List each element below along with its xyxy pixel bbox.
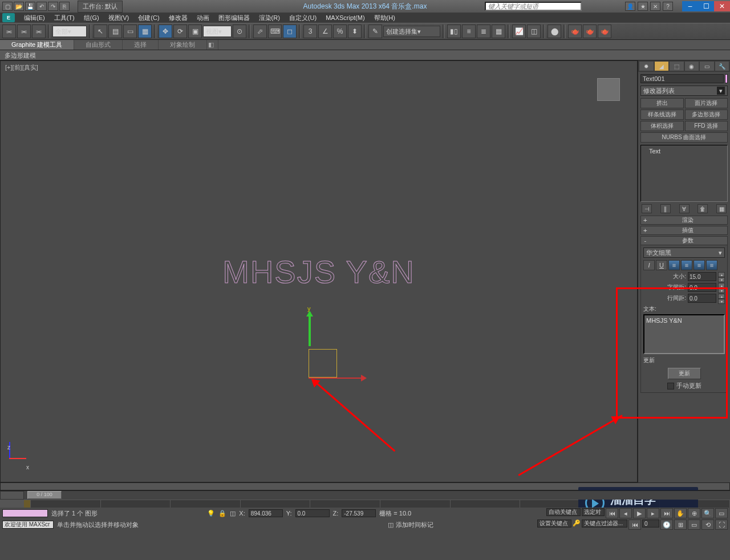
ribbon-tab-freeform[interactable]: 自由形式 <box>74 40 123 50</box>
lock-sel-icon[interactable]: 🔒 <box>218 510 226 517</box>
render-frame-icon[interactable]: 🫖 <box>583 25 597 38</box>
favorite-icon[interactable]: ★ <box>638 2 648 11</box>
align-right-button[interactable]: ≡ <box>694 260 705 270</box>
maxscript-mini[interactable]: 欢迎使用 MAXScr <box>2 521 54 529</box>
display-tab-icon[interactable]: ▭ <box>700 62 714 71</box>
select-region-icon[interactable]: ▭ <box>123 25 137 38</box>
unlink-tool-icon[interactable]: ⫘ <box>17 25 31 38</box>
update-button[interactable]: 更新 <box>668 368 701 379</box>
motion-tab-icon[interactable]: ◉ <box>685 62 699 71</box>
mod-spline-select[interactable]: 样条线选择 <box>640 109 684 120</box>
z-coord-input[interactable]: -27.539 <box>342 509 376 517</box>
stack-item-text[interactable]: Text <box>641 145 727 157</box>
menu-tools[interactable]: 工具(T) <box>50 13 79 23</box>
rollout-render-header[interactable]: +渲染 <box>640 216 728 225</box>
auto-key-button[interactable]: 自动关键点 <box>546 508 581 516</box>
mod-patch-select[interactable]: 面片选择 <box>685 98 728 108</box>
ribbon-subtab[interactable]: 多边形建模 <box>0 50 730 60</box>
viewport-front[interactable]: [+][前][真实] MHSJS Y&N y z x <box>0 60 638 482</box>
modify-tab-icon[interactable]: ◢ <box>655 62 669 71</box>
manual-update-checkbox[interactable] <box>667 383 674 389</box>
time-tag-button[interactable]: 添加时间标记 <box>396 521 433 529</box>
nav-arc-icon[interactable]: ⊕ <box>688 508 700 518</box>
percent-snap-icon[interactable]: % <box>333 25 347 38</box>
viewport-label[interactable]: [+][前][真实] <box>5 63 38 72</box>
coord-display-icon[interactable]: ◫ <box>230 510 236 517</box>
x-coord-input[interactable]: 894.036 <box>249 509 283 517</box>
show-end-icon[interactable]: ∥ <box>660 204 671 213</box>
pin-stack-icon[interactable]: ⊣ <box>642 204 652 213</box>
save-icon[interactable]: 💾 <box>25 2 35 11</box>
rollout-params-header[interactable]: -参数 <box>640 236 728 245</box>
manipulate-icon[interactable]: ⬀ <box>253 25 267 38</box>
hierarchy-tab-icon[interactable]: ⬚ <box>670 62 684 71</box>
utilities-tab-icon[interactable]: 🔧 <box>715 62 729 71</box>
menu-graph[interactable]: 图形编辑器 <box>214 13 254 23</box>
nav-max-icon[interactable]: ⛶ <box>715 520 728 530</box>
help-icon[interactable]: ? <box>663 2 673 11</box>
nav-zoom-icon[interactable]: 🔍 <box>701 508 714 518</box>
named-sel-icon[interactable]: ✎ <box>368 25 382 38</box>
unique-icon[interactable]: ∀ <box>679 204 690 213</box>
selected-obj-dropdown[interactable]: 选定对 <box>582 508 605 516</box>
rotate-tool-icon[interactable]: ⟳ <box>173 25 187 38</box>
selection-filter[interactable]: 全部▾ <box>52 26 87 37</box>
snap-toggle-icon[interactable]: ◻ <box>283 25 297 38</box>
script-listener[interactable] <box>2 509 48 517</box>
mod-poly-select[interactable]: 多边形选择 <box>685 109 728 120</box>
spinner-snap-icon[interactable]: ⬍ <box>348 25 362 38</box>
new-icon[interactable]: ▢ <box>2 2 13 11</box>
angle-snap-icon[interactable]: ∠ <box>318 25 332 38</box>
link-tool-icon[interactable]: ⫘ <box>2 25 16 38</box>
graphite-icon[interactable]: ▦ <box>492 25 505 38</box>
gizmo-xy-plane[interactable] <box>309 349 337 378</box>
schematic-icon[interactable]: ◫ <box>527 25 541 38</box>
prev-frame-icon[interactable]: ◂ <box>619 508 632 518</box>
lock-icon[interactable]: 💡 <box>207 510 215 517</box>
align-justify-button[interactable]: ≡ <box>706 260 717 270</box>
nav-orbit-icon[interactable]: ⟲ <box>701 520 714 530</box>
menu-custom[interactable]: 自定义(U) <box>285 13 321 23</box>
menu-maxscript[interactable]: MAXScript(M) <box>321 13 369 22</box>
undo-icon[interactable]: ↶ <box>36 2 47 11</box>
menu-help[interactable]: 帮助(H) <box>370 13 400 23</box>
next-frame-icon[interactable]: ▸ <box>647 508 659 518</box>
menu-animation[interactable]: 动画 <box>192 13 214 23</box>
app-icon[interactable]: E <box>2 13 15 22</box>
ref-coord-dropdown[interactable]: 视图▾ <box>203 26 232 37</box>
nav-region-icon[interactable]: ▭ <box>688 520 700 530</box>
key-filter-button[interactable]: 关键点过滤器... <box>582 520 627 527</box>
text-input-area[interactable]: MHSJS Y&N <box>643 314 725 354</box>
nav-zoom-ext-icon[interactable]: ⊞ <box>674 520 687 530</box>
dropdown-arrow-icon[interactable]: ▾ <box>717 87 725 95</box>
time-slider[interactable]: 0 / 100 <box>0 490 730 500</box>
mod-nurbs[interactable]: NURBS 曲面选择 <box>640 132 728 143</box>
size-input[interactable]: 15.0 <box>688 272 716 281</box>
goto-start-icon[interactable]: ⏮ <box>606 508 618 518</box>
rollout-interp-header[interactable]: +插值 <box>640 226 728 235</box>
render-setup-icon[interactable]: 🫖 <box>568 25 582 38</box>
menu-group[interactable]: 组(G) <box>79 13 104 23</box>
ribbon-tab-paint[interactable]: 对象绘制 <box>159 40 207 50</box>
mod-vol-select[interactable]: 体积选择 <box>640 121 684 131</box>
viewcube-icon[interactable] <box>597 78 620 101</box>
mirror-icon[interactable]: ▮▯ <box>447 25 461 38</box>
maximize-button[interactable]: ☐ <box>698 1 714 11</box>
time-config-icon[interactable]: 🕐 <box>660 520 673 530</box>
align-left-button[interactable]: ≡ <box>668 260 680 270</box>
snap-3d-icon[interactable]: 3 <box>303 25 317 38</box>
align-center-button[interactable]: ≡ <box>681 260 692 270</box>
redo-icon[interactable]: ↷ <box>48 2 58 11</box>
object-name-input[interactable] <box>640 74 724 83</box>
menu-views[interactable]: 视图(V) <box>104 13 134 23</box>
viewport-text-object[interactable]: MHSJS Y&N <box>222 253 415 290</box>
minimize-button[interactable]: – <box>682 1 698 11</box>
nav-pan-icon[interactable]: ✋ <box>674 508 687 518</box>
material-editor-icon[interactable]: ⬤ <box>548 25 561 38</box>
modifier-list-dropdown[interactable]: 修改器列表 ▾ <box>640 86 728 96</box>
exchange-icon[interactable]: ✕ <box>650 2 660 11</box>
modifier-stack[interactable]: Text <box>640 145 728 202</box>
size-spinner[interactable]: ▴▾ <box>718 272 725 281</box>
create-tab-icon[interactable]: ✹ <box>639 62 654 71</box>
ribbon-tab-graphite[interactable]: Graphite 建模工具 <box>0 40 74 50</box>
